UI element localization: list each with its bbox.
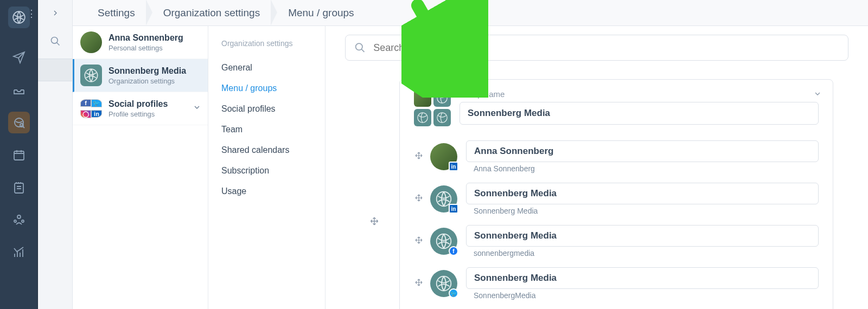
- rail-nav-publish-icon[interactable]: [8, 47, 30, 68]
- profile-row: in Sonnenberg Media Sonnenberg Media: [414, 183, 819, 215]
- account-name: Sonnenberg Media: [108, 66, 186, 76]
- drag-handle-icon[interactable]: [414, 193, 424, 205]
- drag-handle-icon[interactable]: [414, 151, 424, 163]
- profile-handle: Sonnenberg Media: [466, 207, 819, 215]
- org-settings-nav: Organization settings General Menu / gro…: [208, 26, 326, 309]
- chevron-down-icon[interactable]: [813, 89, 822, 100]
- breadcrumb-item[interactable]: Organization settings: [149, 7, 275, 19]
- social-cluster-icon: f🐦◯in: [80, 98, 102, 119]
- nav-item-social-profiles[interactable]: Social profiles: [216, 99, 317, 119]
- rail-nav-calendar-icon[interactable]: [8, 144, 30, 166]
- group-name-label: Group name: [459, 89, 819, 99]
- chevron-down-icon[interactable]: [193, 103, 201, 114]
- panel-search-icon[interactable]: [50, 36, 61, 49]
- search-input[interactable]: [373, 42, 839, 54]
- drag-handle-icon[interactable]: [414, 278, 424, 289]
- breadcrumb: Settings Organization settings Menu / gr…: [73, 0, 868, 26]
- rail-nav-team-icon[interactable]: [8, 209, 30, 231]
- profile-title-input[interactable]: Sonnenberg Media: [466, 183, 819, 204]
- linkedin-badge-icon: in: [449, 162, 458, 171]
- svg-point-7: [22, 220, 24, 222]
- nav-item-shared-calendars[interactable]: Shared calendars: [216, 140, 317, 160]
- profile-title-input[interactable]: Sonnenberg Media: [466, 225, 819, 247]
- search-icon: [354, 42, 366, 54]
- svg-point-12: [418, 113, 427, 123]
- profile-row: f Sonnenberg Media sonnenbergmedia: [414, 225, 819, 258]
- profile-row: 🐦 Sonnenberg Media SonnenbergMedia: [414, 267, 819, 300]
- settings-accounts-list: Anna Sonnenberg Personal settings Sonnen…: [73, 26, 208, 309]
- breadcrumb-item[interactable]: Settings: [84, 7, 149, 19]
- app-logo[interactable]: ⋮: [8, 7, 30, 28]
- svg-rect-4: [15, 183, 23, 193]
- nav-item-team[interactable]: Team: [216, 119, 317, 140]
- org-logo-icon: [80, 65, 102, 86]
- rail-nav-inbox-icon[interactable]: [8, 79, 30, 101]
- twitter-badge-icon: 🐦: [449, 288, 458, 298]
- account-subtitle: Organization settings: [108, 77, 186, 85]
- svg-point-15: [437, 234, 451, 249]
- svg-rect-3: [14, 151, 24, 160]
- svg-point-16: [437, 276, 451, 291]
- group-avatar-grid: [414, 89, 451, 126]
- nav-section-title: Organization settings: [216, 39, 317, 48]
- account-subtitle: Personal settings: [108, 44, 183, 52]
- nav-item-menu-groups[interactable]: Menu / groups: [216, 78, 317, 99]
- rail-logo-menu-icon[interactable]: ⋮: [27, 11, 36, 16]
- app-rail: ⋮: [0, 0, 38, 309]
- profile-title-input[interactable]: Anna Sonnenberg: [466, 140, 819, 162]
- svg-point-5: [17, 215, 21, 218]
- svg-point-11: [437, 93, 447, 103]
- main-content: Group name Sonnenberg Media in Anna Sonn…: [326, 26, 868, 309]
- breadcrumb-item[interactable]: Menu / groups: [274, 7, 368, 19]
- rail-nav-analytics-icon[interactable]: [8, 242, 30, 263]
- drag-handle-icon[interactable]: [414, 235, 424, 247]
- avatar: [80, 31, 102, 53]
- svg-point-9: [85, 69, 97, 81]
- account-subtitle: Profile settings: [108, 110, 168, 118]
- svg-point-0: [13, 11, 25, 23]
- account-item-personal[interactable]: Anna Sonnenberg Personal settings: [73, 26, 208, 59]
- account-item-org[interactable]: Sonnenberg Media Organization settings: [73, 59, 208, 92]
- account-item-social-profiles[interactable]: f🐦◯in Social profiles Profile settings: [73, 92, 208, 125]
- group-drag-handle-icon[interactable]: [369, 216, 380, 229]
- svg-point-8: [51, 37, 58, 44]
- profile-row: in Anna Sonnenberg Anna Sonnenberg: [414, 140, 819, 173]
- svg-point-13: [437, 113, 447, 123]
- nav-item-subscription[interactable]: Subscription: [216, 160, 317, 181]
- profile-handle: SonnenbergMedia: [466, 291, 819, 300]
- nav-item-usage[interactable]: Usage: [216, 181, 317, 202]
- profile-handle: sonnenbergmedia: [466, 249, 819, 258]
- facebook-badge-icon: f: [449, 246, 458, 256]
- search-bar[interactable]: [345, 35, 848, 61]
- rail-nav-monitor-icon[interactable]: [8, 112, 30, 133]
- svg-point-10: [356, 43, 362, 50]
- linkedin-badge-icon: in: [449, 204, 458, 214]
- expand-panel-icon[interactable]: [51, 9, 60, 20]
- rail-nav-notes-icon[interactable]: [8, 177, 30, 198]
- collapsed-panel-active-marker: [38, 59, 72, 81]
- group-card: Group name Sonnenberg Media in Anna Sonn…: [399, 79, 833, 309]
- svg-point-6: [14, 220, 16, 222]
- profile-title-input[interactable]: Sonnenberg Media: [466, 267, 819, 289]
- collapsed-panel: [38, 0, 73, 309]
- account-name: Social profiles: [108, 99, 168, 109]
- profile-handle: Anna Sonnenberg: [466, 164, 819, 173]
- account-name: Anna Sonnenberg: [108, 33, 183, 43]
- nav-item-general[interactable]: General: [216, 57, 317, 78]
- group-name-input[interactable]: Sonnenberg Media: [459, 102, 819, 125]
